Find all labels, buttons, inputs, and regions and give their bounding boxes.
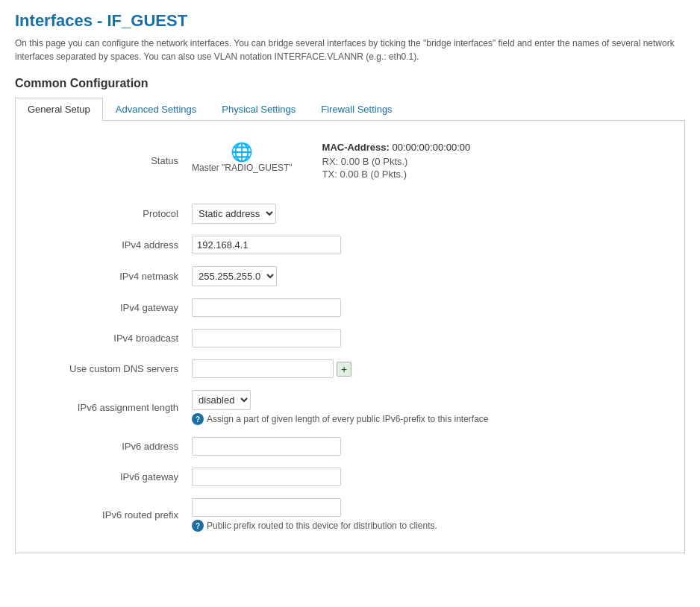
custom-dns-label: Use custom DNS servers bbox=[38, 353, 187, 384]
rx-value: 0.00 B (0 Pkts.) bbox=[341, 156, 408, 167]
ipv4-address-field bbox=[187, 230, 662, 260]
tx-value: 0.00 B (0 Pkts.) bbox=[340, 169, 407, 180]
rx-label: RX: bbox=[322, 156, 339, 167]
status-row: Status 🌐 Master "RADIO_GUEST" MAC-Addres… bbox=[38, 136, 662, 186]
ipv6-gateway-field bbox=[187, 462, 662, 492]
ipv6-assignment-label: IPv6 assignment length bbox=[38, 384, 187, 431]
custom-dns-input[interactable] bbox=[192, 359, 334, 378]
tx-label: TX: bbox=[322, 169, 337, 180]
ipv6-routed-prefix-row: IPv6 routed prefix ? Public prefix route… bbox=[38, 492, 662, 538]
status-label: Status bbox=[38, 136, 187, 186]
ipv6-routed-prefix-help-text: Public prefix routed to this device for … bbox=[207, 520, 437, 531]
ipv6-gateway-row: IPv6 gateway bbox=[38, 462, 662, 492]
ipv4-address-row: IPv4 address bbox=[38, 230, 662, 260]
add-dns-button[interactable]: + bbox=[337, 362, 351, 377]
ipv6-address-field bbox=[187, 431, 662, 462]
tab-advanced-settings[interactable]: Advanced Settings bbox=[103, 98, 209, 121]
status-master-label: Master "RADIO_GUEST" bbox=[192, 163, 293, 173]
page-title: Interfaces - IF_GUEST bbox=[15, 11, 685, 31]
ipv6-routed-prefix-label: IPv6 routed prefix bbox=[38, 492, 187, 538]
custom-dns-field: + bbox=[187, 353, 662, 384]
protocol-field: Static address DHCP client None bbox=[187, 198, 662, 230]
tabs-container: General Setup Advanced Settings Physical… bbox=[15, 98, 685, 121]
custom-dns-row: Use custom DNS servers + bbox=[38, 353, 662, 384]
protocol-label: Protocol bbox=[38, 198, 187, 230]
tab-general-setup[interactable]: General Setup bbox=[15, 98, 103, 121]
ipv6-assignment-row: IPv6 assignment length disabled 64 48 ? … bbox=[38, 384, 662, 431]
ipv6-address-label: IPv6 address bbox=[38, 431, 187, 462]
ipv4-gateway-label: IPv4 gateway bbox=[38, 292, 187, 323]
ipv4-broadcast-label: IPv4 broadcast bbox=[38, 323, 187, 353]
ipv4-gateway-row: IPv4 gateway bbox=[38, 292, 662, 323]
ipv6-address-row: IPv6 address bbox=[38, 431, 662, 462]
tab-physical-settings[interactable]: Physical Settings bbox=[209, 98, 308, 121]
status-field: 🌐 Master "RADIO_GUEST" MAC-Address: 00:0… bbox=[187, 136, 662, 186]
mac-label: MAC-Address: bbox=[322, 142, 390, 153]
mac-value: 00:00:00:00:00:00 bbox=[392, 142, 470, 153]
protocol-select[interactable]: Static address DHCP client None bbox=[192, 204, 276, 224]
ipv6-assignment-field: disabled 64 48 ? Assign a part of given … bbox=[187, 384, 662, 431]
help-icon: ? bbox=[192, 413, 204, 425]
page-description: On this page you can configure the netwo… bbox=[15, 37, 685, 63]
ipv4-gateway-field bbox=[187, 292, 662, 323]
ipv6-gateway-input[interactable] bbox=[192, 468, 341, 486]
ipv4-address-label: IPv4 address bbox=[38, 230, 187, 260]
ipv4-broadcast-row: IPv4 broadcast bbox=[38, 323, 662, 353]
ipv6-routed-prefix-help: ? Public prefix routed to this device fo… bbox=[192, 520, 657, 532]
ipv6-assignment-select[interactable]: disabled 64 48 bbox=[192, 390, 251, 410]
ipv6-gateway-label: IPv6 gateway bbox=[38, 462, 187, 492]
ipv4-address-input[interactable] bbox=[192, 236, 341, 254]
section-title: Common Configuration bbox=[15, 77, 685, 90]
routed-prefix-help-icon: ? bbox=[192, 520, 204, 532]
ipv6-routed-prefix-input[interactable] bbox=[192, 498, 341, 517]
ipv6-routed-prefix-field: ? Public prefix routed to this device fo… bbox=[187, 492, 662, 538]
tab-firewall-settings[interactable]: Firewall Settings bbox=[308, 98, 404, 121]
ipv4-netmask-select[interactable]: 255.255.255.0 255.255.0.0 255.0.0.0 bbox=[192, 266, 277, 286]
ipv4-netmask-row: IPv4 netmask 255.255.255.0 255.255.0.0 2… bbox=[38, 260, 662, 292]
ipv4-broadcast-field bbox=[187, 323, 662, 353]
ipv6-assignment-help: ? Assign a part of given length of every… bbox=[192, 413, 657, 425]
ipv4-netmask-label: IPv4 netmask bbox=[38, 260, 187, 292]
ipv4-gateway-input[interactable] bbox=[192, 298, 341, 317]
form-table: Status 🌐 Master "RADIO_GUEST" MAC-Addres… bbox=[38, 136, 662, 538]
ipv6-address-input[interactable] bbox=[192, 437, 341, 456]
ipv6-assignment-help-text: Assign a part of given length of every p… bbox=[207, 414, 489, 424]
ipv4-netmask-field: 255.255.255.0 255.255.0.0 255.0.0.0 bbox=[187, 260, 662, 292]
ipv4-broadcast-input[interactable] bbox=[192, 329, 341, 347]
protocol-row: Protocol Static address DHCP client None bbox=[38, 198, 662, 230]
tab-content-general: Status 🌐 Master "RADIO_GUEST" MAC-Addres… bbox=[15, 121, 685, 553]
status-icon: 🌐 bbox=[192, 142, 293, 163]
